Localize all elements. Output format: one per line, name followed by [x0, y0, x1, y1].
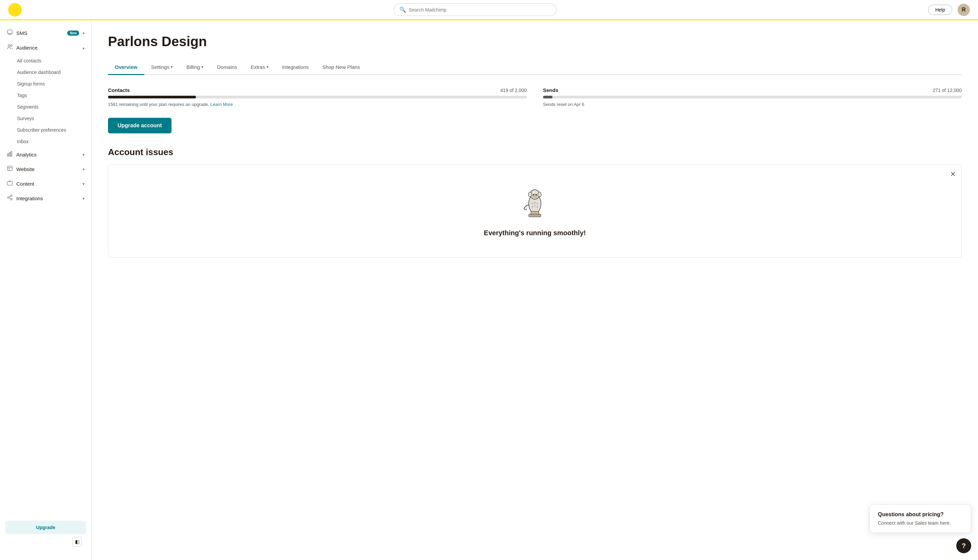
contacts-stat: Contacts 419 of 2,000 1581 remaining unt… — [108, 87, 527, 107]
svg-rect-34 — [529, 214, 541, 217]
sidebar-item-audience-label: Audience — [16, 45, 79, 50]
svg-point-12 — [10, 195, 12, 197]
tab-overview[interactable]: Overview — [108, 60, 144, 75]
svg-rect-8 — [7, 166, 12, 171]
sends-stat-header: Sends 271 of 12,000 — [543, 87, 962, 93]
stats-row: Contacts 419 of 2,000 1581 remaining unt… — [108, 87, 962, 107]
account-issues-status: Everything's running smoothly! — [484, 229, 586, 237]
sidebar-sub-surveys[interactable]: Surveys — [0, 113, 91, 124]
sidebar-item-website[interactable]: Website ▾ — [0, 162, 91, 177]
svg-point-28 — [534, 202, 536, 203]
analytics-chevron-icon: ▾ — [82, 152, 85, 157]
contacts-learn-more-link[interactable]: Learn More — [210, 102, 233, 107]
sidebar-sub-tags[interactable]: Tags — [0, 90, 91, 101]
chat-popup-title: Questions about pricing? — [878, 512, 963, 518]
sidebar-sub-segments[interactable]: Segments — [0, 101, 91, 113]
sidebar-item-sms[interactable]: SMS New ▾ — [0, 26, 91, 40]
sidebar-item-audience[interactable]: Audience ▴ — [0, 40, 91, 55]
sidebar-sub-signup-forms[interactable]: Signup forms — [0, 78, 91, 90]
sidebar-bottom: Upgrade ◧ — [0, 515, 91, 555]
sends-value: 271 of 12,000 — [933, 88, 962, 93]
svg-point-30 — [532, 207, 533, 208]
search-icon: 🔍 — [399, 7, 406, 13]
search-bar[interactable]: 🔍 — [394, 3, 557, 16]
sidebar: SMS New ▾ Audience ▴ All contacts Audien… — [0, 20, 92, 560]
chat-popup: Questions about pricing? Connect with ou… — [870, 504, 971, 533]
search-input[interactable] — [409, 7, 551, 13]
collapse-sidebar-button[interactable]: ◧ — [72, 537, 82, 547]
svg-point-29 — [537, 203, 538, 204]
contacts-bar-bg — [108, 96, 527, 98]
sms-icon — [7, 29, 13, 37]
upgrade-account-button[interactable]: Upgrade account — [108, 118, 172, 133]
content-chevron-icon: ▾ — [82, 182, 85, 186]
svg-point-19 — [532, 193, 537, 198]
sidebar-sub-all-contacts[interactable]: All contacts — [0, 55, 91, 67]
integrations-chevron-icon: ▾ — [82, 196, 85, 201]
svg-rect-11 — [7, 182, 13, 185]
issues-card-close-button[interactable]: ✕ — [950, 170, 956, 178]
upgrade-button[interactable]: Upgrade — [5, 521, 86, 534]
sidebar-item-integrations-label: Integrations — [16, 195, 79, 201]
tab-shop-new-plans[interactable]: Shop New Plans — [315, 60, 367, 75]
contacts-value: 419 of 2,000 — [500, 88, 527, 93]
svg-rect-2 — [7, 30, 12, 33]
audience-icon — [7, 44, 13, 52]
svg-rect-6 — [9, 152, 10, 156]
tab-integrations[interactable]: Integrations — [275, 60, 315, 75]
tabs-nav: Overview Settings ▾ Billing ▾ Domains Ex… — [108, 60, 962, 75]
sidebar-item-content[interactable]: Content ▾ — [0, 177, 91, 191]
page-title: Parlons Design — [108, 34, 962, 49]
svg-line-15 — [9, 198, 10, 199]
svg-rect-7 — [11, 152, 12, 156]
sidebar-sub-audience-dashboard[interactable]: Audience dashboard — [0, 67, 91, 78]
collapse-icon-symbol: ◧ — [75, 539, 80, 544]
tab-extras[interactable]: Extras ▾ — [244, 60, 275, 75]
sends-bar-bg — [543, 96, 962, 98]
svg-point-31 — [534, 205, 536, 207]
svg-point-13 — [7, 197, 9, 198]
extras-tab-chevron-icon: ▾ — [267, 65, 269, 69]
svg-point-21 — [536, 194, 537, 195]
account-issues-card: ✕ — [108, 164, 962, 258]
settings-tab-chevron-icon: ▾ — [171, 65, 173, 69]
website-chevron-icon: ▾ — [82, 167, 85, 172]
sidebar-item-website-label: Website — [16, 166, 79, 172]
svg-rect-5 — [7, 154, 8, 157]
audience-chevron-icon: ▴ — [82, 45, 85, 50]
tab-settings[interactable]: Settings ▾ — [144, 60, 180, 75]
sidebar-item-analytics-label: Analytics — [16, 152, 79, 157]
svg-point-22 — [528, 192, 532, 197]
svg-point-0 — [8, 3, 22, 17]
sends-stat: Sends 271 of 12,000 Sends reset on Apr 6 — [543, 87, 962, 107]
contacts-bar-fill — [108, 96, 196, 98]
sidebar-item-analytics[interactable]: Analytics ▾ — [0, 147, 91, 162]
chimp-illustration — [521, 185, 548, 224]
billing-tab-chevron-icon: ▾ — [201, 65, 204, 69]
sidebar-item-integrations[interactable]: Integrations ▾ — [0, 191, 91, 206]
help-button[interactable]: Help — [928, 5, 952, 15]
sidebar-sub-subscriber-preferences[interactable]: Subscriber preferences — [0, 124, 91, 136]
sends-bar-fill — [543, 96, 552, 98]
tab-domains[interactable]: Domains — [210, 60, 244, 75]
contacts-note: 1581 remaining until your plan requires … — [108, 102, 527, 107]
sends-label: Sends — [543, 87, 558, 93]
avatar[interactable]: R — [958, 4, 970, 16]
svg-point-14 — [10, 198, 12, 200]
sms-chevron-icon: ▾ — [82, 31, 85, 36]
contacts-stat-header: Contacts 419 of 2,000 — [108, 87, 527, 93]
svg-point-4 — [10, 45, 12, 47]
svg-line-16 — [9, 196, 10, 197]
sidebar-sub-inbox[interactable]: Inbox — [0, 136, 91, 147]
tab-billing[interactable]: Billing ▾ — [180, 60, 210, 75]
help-circle-button[interactable]: ? — [956, 538, 971, 553]
contacts-label: Contacts — [108, 87, 130, 93]
account-issues-title: Account issues — [108, 147, 962, 157]
sms-badge: New — [67, 30, 79, 36]
mailchimp-logo[interactable]: 🐒 — [8, 3, 22, 17]
integrations-icon — [7, 195, 13, 202]
chat-popup-text: Connect with our Sales team here. — [878, 520, 963, 526]
analytics-icon — [7, 151, 13, 158]
main-content: Parlons Design Overview Settings ▾ Billi… — [92, 20, 978, 560]
svg-point-20 — [533, 194, 534, 195]
